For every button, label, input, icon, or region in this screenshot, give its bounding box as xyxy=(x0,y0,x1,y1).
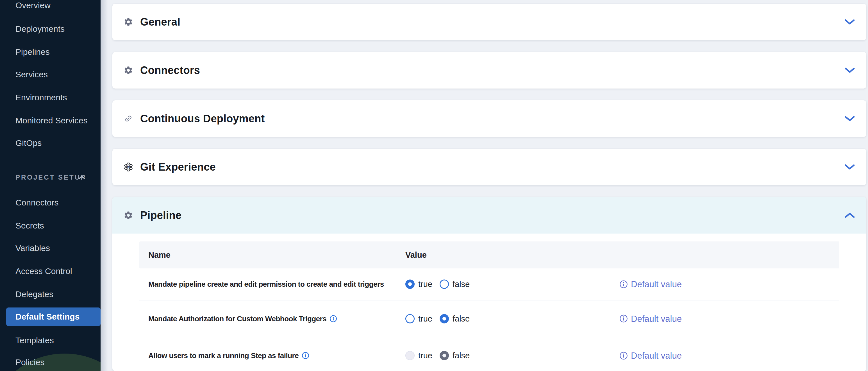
default-value-link[interactable]: Default value xyxy=(619,280,682,289)
section-card-git-experience: </> Git Experience xyxy=(112,149,866,185)
radio-false-label: false xyxy=(453,280,470,289)
chevron-down-icon[interactable] xyxy=(844,115,855,122)
section-title: General xyxy=(140,16,180,28)
radio-false[interactable] xyxy=(440,314,449,323)
sidebar-divider xyxy=(15,161,87,161)
chevron-down-icon[interactable] xyxy=(844,19,855,25)
sidebar-item-policies[interactable]: Policies xyxy=(16,358,44,367)
section-title: Continuous Deployment xyxy=(140,113,265,125)
gear-icon xyxy=(123,210,133,220)
sidebar-item-services[interactable]: Services xyxy=(16,70,48,79)
radio-group: true false xyxy=(405,280,470,289)
sidebar-item-deployments[interactable]: Deployments xyxy=(16,24,65,34)
table-row: Allow users to mark a running Step as fa… xyxy=(139,337,839,371)
gear-icon xyxy=(123,65,133,75)
default-value-label: Default value xyxy=(631,280,682,289)
setting-name: Mandate pipeline create and edit permiss… xyxy=(148,280,384,289)
radio-true-label: true xyxy=(418,314,432,323)
section-card-pipeline: Pipeline Name Value Mandate pipeline cre… xyxy=(112,197,866,371)
sidebar-edge-shadow xyxy=(100,0,108,371)
chevron-up-icon[interactable] xyxy=(844,212,855,219)
link-icon xyxy=(123,114,133,124)
column-header-value: Value xyxy=(405,250,427,260)
section-header-git-experience[interactable]: </> Git Experience xyxy=(112,149,866,185)
section-header-general[interactable]: General xyxy=(112,4,866,40)
section-header-connectors[interactable]: Connectors xyxy=(112,52,866,88)
project-setup-header[interactable]: PROJECT SETUP xyxy=(16,173,86,181)
default-value-link[interactable]: Default value xyxy=(619,351,682,360)
radio-group: true false xyxy=(405,351,470,360)
default-value-link[interactable]: Default value xyxy=(619,314,682,323)
table-row: Mandate Authorization for Custom Webhook… xyxy=(139,301,839,337)
radio-group: true false xyxy=(405,314,470,323)
chevron-up-icon[interactable] xyxy=(78,175,85,179)
radio-false xyxy=(440,351,449,360)
setting-name: Mandate Authorization for Custom Webhook… xyxy=(148,314,327,323)
sidebar-item-delegates[interactable]: Delegates xyxy=(16,289,53,299)
setting-name: Allow users to mark a running Step as fa… xyxy=(148,351,299,360)
sidebar: Overview Deployments Pipelines Services … xyxy=(0,0,100,371)
settings-table: Mandate pipeline create and edit permiss… xyxy=(139,268,839,371)
column-header-name: Name xyxy=(148,250,170,260)
section-title: Connectors xyxy=(140,64,200,77)
sidebar-item-variables[interactable]: Variables xyxy=(16,244,50,253)
info-icon[interactable] xyxy=(302,352,309,360)
default-value-label: Default value xyxy=(631,314,682,323)
section-title: Pipeline xyxy=(140,209,182,222)
radio-true xyxy=(405,351,414,360)
table-row: Mandate pipeline create and edit permiss… xyxy=(139,268,839,301)
sidebar-item-environments[interactable]: Environments xyxy=(16,93,67,102)
table-header-row: Name Value xyxy=(139,241,839,268)
radio-true-label: true xyxy=(418,280,432,289)
sidebar-item-gitops[interactable]: GitOps xyxy=(16,138,41,148)
sidebar-item-access-control[interactable]: Access Control xyxy=(16,266,72,276)
section-card-connectors: Connectors xyxy=(112,52,866,88)
sidebar-item-default-settings[interactable]: Default Settings xyxy=(16,312,80,321)
sidebar-item-pipelines[interactable]: Pipelines xyxy=(16,47,50,57)
sidebar-decoration xyxy=(0,353,100,371)
radio-true[interactable] xyxy=(405,314,414,323)
svg-text:</>: </> xyxy=(126,165,130,169)
section-header-continuous-deployment[interactable]: Continuous Deployment xyxy=(112,101,866,137)
gear-icon xyxy=(123,17,133,27)
sidebar-item-secrets[interactable]: Secrets xyxy=(16,221,44,230)
section-header-pipeline[interactable]: Pipeline xyxy=(112,197,866,233)
info-icon xyxy=(619,280,628,288)
section-card-continuous-deployment: Continuous Deployment xyxy=(112,101,866,137)
section-title: Git Experience xyxy=(140,161,216,173)
radio-true[interactable] xyxy=(405,280,414,289)
chevron-down-icon[interactable] xyxy=(844,164,855,170)
default-value-label: Default value xyxy=(631,351,682,360)
gear-code-icon: </> xyxy=(123,162,133,172)
info-icon[interactable] xyxy=(330,315,337,322)
sidebar-item-templates[interactable]: Templates xyxy=(16,336,54,345)
sidebar-item-monitored-services[interactable]: Monitored Services xyxy=(16,116,88,125)
sidebar-item-connectors[interactable]: Connectors xyxy=(16,198,58,207)
sidebar-item-overview[interactable]: Overview xyxy=(16,1,51,10)
section-card-general: General xyxy=(112,4,866,40)
radio-false[interactable] xyxy=(440,280,449,289)
info-icon xyxy=(619,351,628,360)
settings-page: General Connectors Continuous Deployment xyxy=(100,0,868,371)
radio-false-label: false xyxy=(453,351,470,360)
radio-true-label: true xyxy=(418,351,432,360)
radio-false-label: false xyxy=(453,314,470,323)
chevron-down-icon[interactable] xyxy=(844,67,855,74)
info-icon xyxy=(619,314,628,323)
